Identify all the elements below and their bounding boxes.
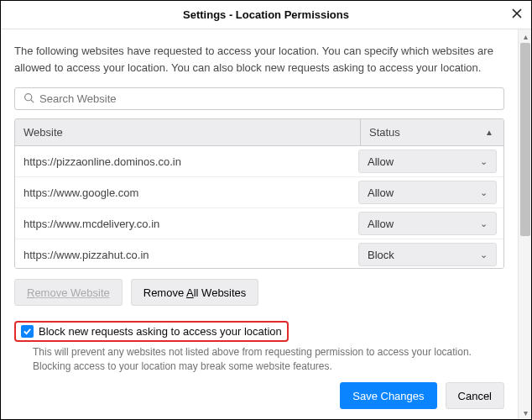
- search-input-field[interactable]: [39, 92, 495, 105]
- table-row[interactable]: https://www.pizzahut.co.in Block ⌄: [15, 239, 503, 269]
- table-header: Website Status ▲: [15, 119, 503, 146]
- column-header-website[interactable]: Website: [15, 119, 361, 145]
- status-select[interactable]: Allow ⌄: [358, 150, 497, 173]
- titlebar: Settings - Location Permissions: [1, 1, 531, 29]
- site-url: https://pizzaonline.dominos.co.in: [23, 155, 358, 168]
- column-header-status[interactable]: Status ▲: [361, 119, 503, 145]
- block-checkbox-label: Block new requests asking to access your…: [39, 325, 282, 338]
- description-text: The following websites have requested to…: [14, 43, 504, 76]
- site-url: https://www.google.com: [23, 186, 358, 199]
- table-row[interactable]: https://www.mcdelivery.co.in Allow ⌄: [15, 208, 503, 239]
- status-select[interactable]: Allow ⌄: [358, 181, 497, 204]
- chevron-down-icon: ⌄: [480, 218, 488, 229]
- table-row[interactable]: https://www.google.com Allow ⌄: [15, 177, 503, 208]
- svg-line-1: [31, 100, 34, 102]
- cancel-button[interactable]: Cancel: [446, 382, 504, 409]
- close-icon[interactable]: [511, 8, 523, 22]
- site-url: https://www.mcdelivery.co.in: [23, 218, 358, 230]
- dialog-title: Settings - Location Permissions: [183, 8, 349, 21]
- scroll-down-arrow-icon[interactable]: ▾: [519, 406, 532, 419]
- sort-asc-icon: ▲: [485, 128, 493, 137]
- scrollbar-thumb[interactable]: [520, 43, 530, 236]
- block-hint-text: This will prevent any websites not liste…: [33, 345, 504, 374]
- permissions-table: Website Status ▲ https://pizzaonline.dom…: [14, 118, 504, 269]
- vertical-scrollbar[interactable]: ▴ ▾: [518, 29, 531, 419]
- scroll-up-arrow-icon[interactable]: ▴: [519, 29, 532, 43]
- remove-all-websites-button[interactable]: Remove All Websites: [131, 279, 259, 306]
- svg-point-0: [25, 93, 32, 100]
- chevron-down-icon: ⌄: [480, 249, 488, 260]
- status-select[interactable]: Allow ⌄: [358, 212, 497, 235]
- remove-website-button: Remove Website: [14, 279, 123, 306]
- block-new-requests-checkbox[interactable]: Block new requests asking to access your…: [14, 321, 289, 342]
- chevron-down-icon: ⌄: [480, 187, 488, 198]
- chevron-down-icon: ⌄: [480, 156, 488, 167]
- search-icon: [23, 92, 39, 106]
- checkbox-checked-icon[interactable]: [21, 325, 34, 338]
- save-changes-button[interactable]: Save Changes: [340, 382, 436, 409]
- table-row[interactable]: https://pizzaonline.dominos.co.in Allow …: [15, 146, 503, 177]
- status-select[interactable]: Block ⌄: [358, 243, 497, 266]
- search-website-input[interactable]: [14, 87, 504, 110]
- site-url: https://www.pizzahut.co.in: [23, 249, 358, 261]
